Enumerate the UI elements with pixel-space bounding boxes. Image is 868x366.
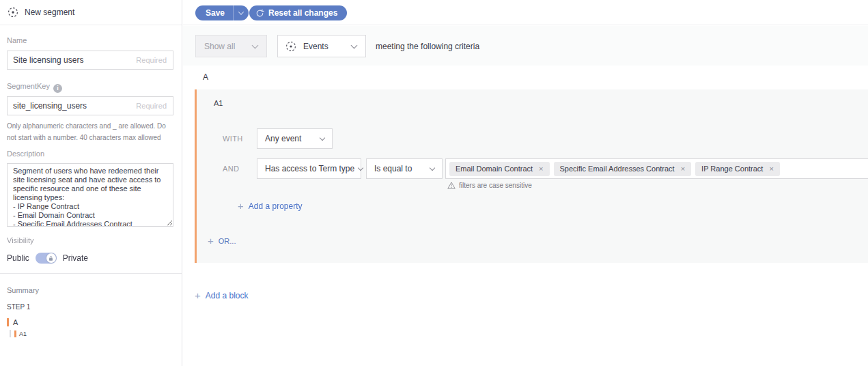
warning-icon [447,182,456,189]
add-or-group-link[interactable]: + OR... [208,236,236,246]
chevron-down-icon [238,9,244,14]
main-area: Save Reset all changes Show all Events m… [183,0,868,366]
values-input[interactable]: Email Domain Contract × Specific Email A… [445,158,868,179]
description-textarea[interactable]: Segment of users who have redeemed their… [7,163,173,227]
toggle-knob [46,253,56,263]
with-keyword: WITH [223,135,243,143]
remove-chip-icon[interactable]: × [539,165,543,173]
visibility-label: Visibility [7,236,34,244]
criteria-suffix-text: meeting the following criteria [376,35,479,57]
sidebar-divider [0,273,182,274]
chevron-down-icon [252,42,259,48]
sidebar: New segment Name Required SegmentKeyi Re… [0,0,182,366]
segment-key-help-text: Only alphanumeric characters and _ are a… [7,120,173,143]
segment-key-required-hint: Required [136,102,173,110]
lock-icon [48,255,54,262]
scope-dropdown[interactable]: Show all [195,35,267,57]
segment-key-field: Required [7,96,173,115]
chevron-down-icon [320,135,325,140]
orange-marker [7,318,9,326]
summary-block-a[interactable]: A [7,318,18,326]
visibility-toggle[interactable] [36,253,57,264]
property-dropdown[interactable]: Has access to Term type [257,158,361,179]
remove-chip-icon[interactable]: × [769,165,773,173]
chevron-down-icon [430,165,435,170]
entity-dropdown[interactable]: Events [277,35,366,57]
description-label: Description [7,150,44,158]
chevron-down-icon [351,42,358,48]
save-button-group: Save [195,5,249,20]
save-dropdown-button[interactable] [233,5,249,20]
page-title: New segment [25,8,74,17]
add-property-link[interactable]: + Add a property [238,201,302,211]
block-a-panel: A1 WITH Any event AND Has access to Term… [195,89,868,263]
reset-all-changes-button[interactable]: Reset all changes [249,5,347,20]
visibility-private-label: Private [63,253,88,263]
segment-target-icon [8,7,18,18]
chevron-down-icon [358,165,363,170]
name-input[interactable] [8,51,136,69]
and-keyword: AND [223,165,239,173]
operator-dropdown[interactable]: Is equal to [366,158,443,179]
info-icon[interactable]: i [53,84,62,93]
visibility-row: Public Private [7,253,88,264]
case-sensitive-warning: filters are case sensitive [447,182,532,189]
tree-indent-line [10,330,11,337]
summary-step-label: STEP 1 [7,303,30,311]
save-button[interactable]: Save [195,8,233,18]
value-chip: Email Domain Contract × [449,162,550,176]
name-required-hint: Required [136,56,173,64]
events-icon [285,41,296,52]
group-a1-label: A1 [214,99,223,107]
segment-header: New segment [0,0,182,25]
add-block-link[interactable]: + Add a block [195,290,248,300]
name-field: Required [7,51,173,70]
segment-key-label: SegmentKeyi [7,82,62,93]
visibility-public-label: Public [7,253,29,263]
criteria-bar: Show all Events meeting the following cr… [183,26,868,66]
value-chip: Specific Email Addresses Contract × [554,162,692,176]
remove-chip-icon[interactable]: × [681,165,685,173]
block-a-label: A [203,72,208,82]
event-dropdown[interactable]: Any event [257,128,333,149]
toolbar: Save Reset all changes [183,0,868,25]
plus-icon: + [195,290,201,300]
reset-icon [255,9,264,18]
orange-marker [14,330,16,337]
summary-title: Summary [7,286,39,294]
plus-icon: + [208,236,214,246]
segment-key-input[interactable] [8,97,136,115]
value-chip: IP Range Contract × [695,162,780,176]
summary-group-a1[interactable]: A1 [10,330,27,337]
name-label: Name [7,36,27,44]
plus-icon: + [238,201,244,211]
